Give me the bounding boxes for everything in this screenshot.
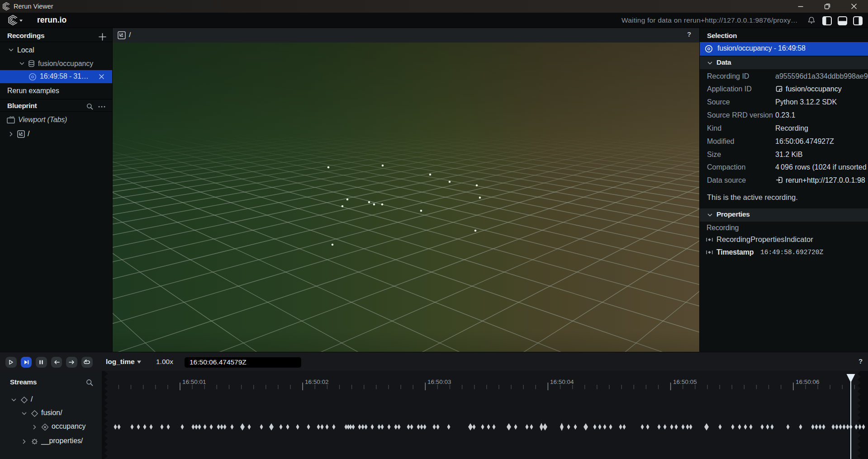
svg-text:16:50:02: 16:50:02 (305, 379, 329, 385)
svg-text:16:50:05: 16:50:05 (673, 379, 697, 385)
svg-text:16:50:06: 16:50:06 (796, 379, 820, 385)
svg-text:16:50:03: 16:50:03 (427, 379, 451, 385)
svg-text:16:50:04: 16:50:04 (550, 379, 574, 385)
svg-text:16:50:01: 16:50:01 (182, 379, 206, 385)
